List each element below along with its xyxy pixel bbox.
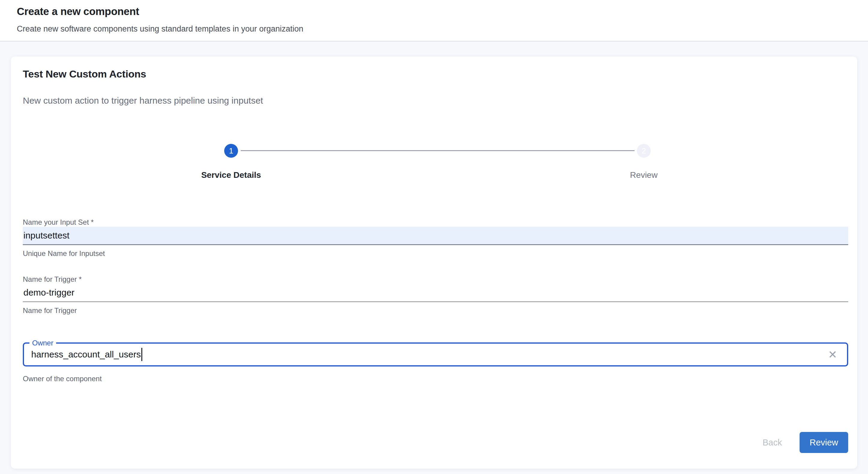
stepper-labels: Service Details Review — [23, 170, 848, 180]
stepper-connector — [241, 150, 634, 151]
card-title: Test New Custom Actions — [23, 68, 848, 80]
form-actions: Back Review — [23, 432, 848, 453]
step-label-review: Review — [581, 170, 707, 180]
owner-label: Owner — [29, 338, 56, 348]
step-2-number: 2 — [642, 146, 646, 156]
step-label-service-details: Service Details — [168, 170, 294, 180]
owner-value: harness_account_all_users — [31, 349, 141, 360]
step-1-indicator[interactable]: 1 — [224, 144, 238, 158]
stepper: 1 2 — [23, 144, 848, 158]
trigger-name-helper: Name for Trigger — [23, 306, 848, 315]
owner-input[interactable]: Owner harness_account_all_users ✕ — [23, 343, 848, 366]
main-content: Test New Custom Actions New custom actio… — [0, 41, 868, 474]
step-2-indicator[interactable]: 2 — [637, 144, 651, 158]
card-subtitle: New custom action to trigger harness pip… — [23, 95, 848, 106]
page-title: Create a new component — [17, 0, 868, 18]
trigger-name-input[interactable]: demo-trigger — [23, 284, 848, 302]
step-1-number: 1 — [229, 146, 233, 156]
trigger-name-label: Name for Trigger * — [23, 275, 848, 284]
back-button[interactable]: Back — [750, 432, 795, 453]
inputset-name-helper: Unique Name for Inputset — [23, 249, 848, 258]
page-header: Create a new component Create new softwa… — [0, 0, 868, 41]
inputset-name-label: Name your Input Set * — [23, 218, 848, 227]
text-caret — [142, 348, 142, 361]
page-subtitle: Create new software components using sta… — [17, 24, 868, 34]
inputset-name-input[interactable]: inputsettest — [23, 227, 848, 245]
owner-helper: Owner of the component — [23, 374, 848, 383]
create-component-card: Test New Custom Actions New custom actio… — [11, 57, 857, 469]
review-button[interactable]: Review — [800, 432, 848, 453]
clear-icon[interactable]: ✕ — [826, 347, 840, 362]
